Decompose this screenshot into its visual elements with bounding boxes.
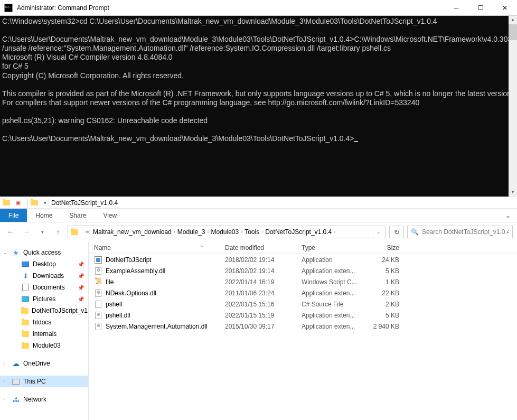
file-size: 1 KB	[368, 278, 410, 286]
qat-divider	[27, 199, 28, 207]
sidebar-onedrive[interactable]: › ☁ OneDrive	[0, 358, 88, 369]
chevron-right-icon[interactable]: ›	[3, 397, 5, 402]
file-size: 2 KB	[368, 301, 410, 308]
navigation-pane[interactable]: ⌄ ★ Quick access Desktop📌⬇Downloads📌Docu…	[0, 241, 89, 420]
chevron-right-icon[interactable]: ›	[3, 379, 5, 384]
window-controls: ─ ☐ ✕	[444, 0, 517, 16]
document-icon	[21, 283, 30, 292]
file-type: Application	[302, 256, 368, 264]
pc-icon	[12, 377, 20, 386]
file-size: 5 KB	[368, 267, 410, 275]
folder-icon	[30, 199, 39, 207]
file-row[interactable]: NDesk.Options.dll2011/01/06 23:24Applica…	[89, 287, 517, 298]
breadcrumb-segment[interactable]: Module_3	[177, 228, 205, 236]
column-headers: Name⌃ Date modified Type Size	[89, 241, 517, 254]
chevron-right-icon[interactable]: ›	[261, 229, 263, 235]
sort-indicator-icon: ⌃	[200, 245, 204, 250]
file-row[interactable]: pshell2022/01/15 15:16C# Source File2 KB	[89, 298, 517, 310]
sidebar-item-label: Network	[23, 396, 46, 403]
sidebar-item[interactable]: Module03	[0, 340, 88, 351]
terminal-output[interactable]: C:\Windows\system32>cd C:\Users\User\Doc…	[0, 16, 517, 197]
properties-qat-icon[interactable]: ▣	[14, 199, 22, 207]
scroll-up-icon[interactable]: ▲	[509, 16, 517, 24]
sidebar-quick-access[interactable]: ⌄ ★ Quick access	[0, 247, 88, 258]
folder-icon	[21, 318, 30, 326]
file-row[interactable]: DotNetToJScript2018/02/02 19:14Applicati…	[89, 254, 517, 265]
sidebar-item[interactable]: Documents📌	[0, 282, 88, 293]
chevron-down-icon[interactable]: ⌄	[3, 250, 7, 255]
file-row[interactable]: file2022/01/14 16:19Windows Script C...1…	[89, 276, 517, 287]
sidebar-item[interactable]: ⬇Downloads📌	[0, 270, 88, 282]
scrollbar[interactable]: ▲ ▼	[509, 16, 517, 197]
file-rows[interactable]: DotNetToJScript2018/02/02 19:14Applicati…	[89, 254, 517, 420]
tab-home[interactable]: Home	[27, 209, 61, 222]
search-box[interactable]: 🔍	[407, 226, 513, 238]
qat-dropdown-icon[interactable]: ▾	[44, 200, 46, 206]
up-button[interactable]: ↑	[52, 226, 64, 238]
minimize-button[interactable]: ─	[444, 0, 468, 16]
sidebar-item-label: DotNetToJScript_v1.	[32, 307, 89, 314]
chevron-right-icon[interactable]: ›	[207, 229, 209, 235]
column-size[interactable]: Size	[368, 244, 410, 251]
file-type: Application exten...	[302, 312, 368, 319]
network-icon: 🖧	[12, 395, 20, 404]
sidebar-item-label: This PC	[23, 378, 46, 385]
picture-icon	[21, 295, 30, 303]
back-button[interactable]: ←	[4, 226, 17, 238]
sidebar-this-pc[interactable]: › This PC	[0, 376, 88, 387]
refresh-button[interactable]: ↻	[389, 226, 404, 238]
scrollbar-thumb[interactable]	[509, 24, 517, 40]
column-date[interactable]: Date modified	[225, 244, 302, 251]
file-date: 2018/02/02 19:14	[225, 256, 302, 264]
search-input[interactable]	[422, 228, 509, 236]
file-tab[interactable]: File	[0, 209, 27, 222]
cmd-titlebar[interactable]: Administrator: Command Prompt ─ ☐ ✕	[0, 0, 517, 16]
forward-button[interactable]: →	[20, 226, 33, 238]
sidebar-item[interactable]: internals	[0, 328, 88, 340]
file-name: pshell.dll	[106, 312, 130, 319]
breadcrumb-segment[interactable]: DotNetToJScript_v1.0.4	[265, 228, 332, 236]
scroll-down-icon[interactable]: ▼	[509, 188, 517, 197]
address-dropdown-icon[interactable]: ⌄	[373, 226, 383, 238]
ribbon-expand-icon[interactable]: ⌄	[499, 209, 517, 222]
terminal-text: C:\Windows\system32>cd C:\Users\User\Doc…	[2, 17, 517, 143]
breadcrumb-segment[interactable]: Maltrak_new_vm_download	[93, 228, 172, 236]
sidebar-item[interactable]: htdocs	[0, 316, 88, 328]
sidebar-item-label: Pictures	[33, 295, 55, 303]
sidebar-item-label: Desktop	[33, 260, 56, 268]
breadcrumb-segment[interactable]: Tools	[245, 228, 259, 236]
sidebar-item-label: OneDrive	[23, 360, 50, 367]
close-button[interactable]: ✕	[493, 0, 517, 16]
column-type[interactable]: Type	[302, 244, 368, 251]
sidebar-item[interactable]: DotNetToJScript_v1.	[0, 305, 88, 316]
source-icon	[94, 300, 102, 309]
breadcrumb-segment[interactable]: Module03	[211, 228, 239, 236]
tab-view[interactable]: View	[95, 209, 125, 222]
command-prompt-window: Administrator: Command Prompt ─ ☐ ✕ C:\W…	[0, 0, 517, 197]
tab-share[interactable]: Share	[61, 209, 95, 222]
qat-divider	[49, 199, 49, 207]
maximize-button[interactable]: ☐	[468, 0, 493, 16]
address-bar[interactable]: ≪ Maltrak_new_vm_download›Module_3›Modul…	[68, 226, 386, 238]
file-date: 2022/01/15 15:19	[225, 312, 302, 319]
chevron-right-icon[interactable]: ›	[241, 229, 242, 235]
explorer-titlebar[interactable]: ▣ ▾ DotNetToJScript_v1.0.4	[0, 197, 517, 209]
file-row[interactable]: pshell.dll2022/01/15 15:19Application ex…	[89, 310, 517, 321]
file-row[interactable]: ExampleAssembly.dll2018/02/02 19:14Appli…	[89, 265, 517, 276]
file-date: 2018/02/02 19:14	[225, 267, 302, 275]
sidebar-item[interactable]: Pictures📌	[0, 293, 88, 305]
file-date: 2022/01/14 16:19	[225, 278, 302, 286]
chevron-right-icon[interactable]: ›	[3, 361, 5, 366]
dll-icon	[94, 289, 102, 297]
chevron-right-icon[interactable]: ›	[174, 229, 175, 235]
recent-dropdown-icon[interactable]: ▾	[36, 226, 49, 238]
chevron-right-icon[interactable]: ›	[334, 229, 335, 235]
sidebar-network[interactable]: › 🖧 Network	[0, 394, 88, 405]
address-bar-row: ← → ▾ ↑ ≪ Maltrak_new_vm_download›Module…	[0, 222, 517, 241]
sidebar-item[interactable]: Desktop📌	[0, 258, 88, 270]
explorer-title: DotNetToJScript_v1.0.4	[51, 199, 118, 207]
chevron-right-icon[interactable]: ≪	[85, 229, 90, 235]
file-row[interactable]: System.Management.Automation.dll2015/10/…	[89, 321, 517, 332]
column-name[interactable]: Name⌃	[89, 244, 225, 251]
search-icon: 🔍	[411, 228, 419, 236]
